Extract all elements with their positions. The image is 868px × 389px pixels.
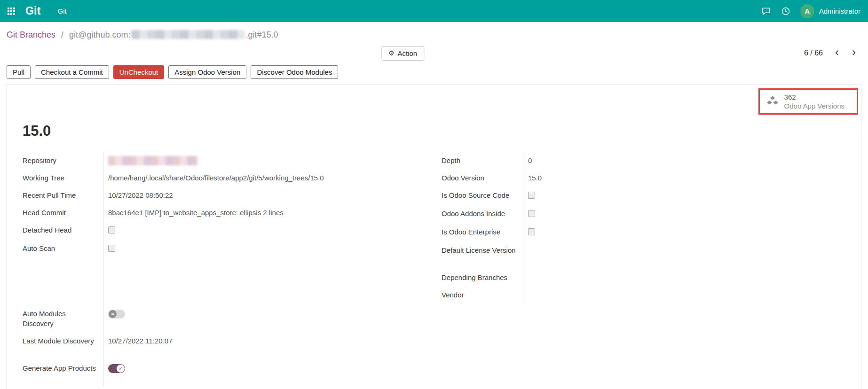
pager-value: 6 / 66 bbox=[804, 49, 823, 57]
auto-modules-discovery-toggle[interactable]: × bbox=[108, 310, 125, 319]
field-row-repository: Repository bbox=[23, 152, 442, 169]
action-menu-button[interactable]: ⚙ Action bbox=[381, 46, 424, 61]
pull-button[interactable]: Pull bbox=[7, 65, 31, 79]
toggle-off-knob: × bbox=[109, 310, 117, 318]
field-value-repository bbox=[103, 152, 197, 169]
is-odoo-source-code-checkbox[interactable] bbox=[528, 192, 535, 199]
stat-text: 362 Odoo App Versions bbox=[784, 93, 844, 110]
field-row-depending-branches: Depending Branches bbox=[442, 269, 845, 286]
chat-bubble-icon[interactable] bbox=[761, 6, 771, 16]
pager: 6 / 66 ‹ › bbox=[804, 46, 861, 61]
record-actions-toolbar: Pull Checkout a Commit UnCheckout Assign… bbox=[0, 65, 868, 79]
breadcrumb-parent-link[interactable]: Git Branches bbox=[7, 30, 55, 39]
redacted-repo-name bbox=[131, 30, 245, 39]
is-odoo-enterprise-checkbox[interactable] bbox=[528, 228, 535, 235]
toggle-on-knob: ✓ bbox=[117, 365, 125, 373]
odoo-addons-inside-checkbox[interactable] bbox=[528, 210, 535, 217]
field-value-depending-branches[interactable] bbox=[523, 269, 528, 276]
field-label-working-tree: Working Tree bbox=[23, 169, 103, 187]
topbar-right: A Administrator bbox=[761, 4, 860, 18]
field-label-last-module-discovery: Last Module Discovery bbox=[23, 332, 103, 350]
field-label-generate-app-products: Generate App Products bbox=[23, 359, 103, 377]
field-value-auto-scan bbox=[103, 240, 115, 258]
field-label-detached-head: Detached Head bbox=[23, 221, 103, 239]
field-label-depth: Depth bbox=[442, 152, 523, 169]
odoo-app-versions-icon bbox=[766, 95, 779, 109]
field-value-odoo-version: 15.0 bbox=[523, 169, 542, 187]
auto-scan-checkbox[interactable] bbox=[108, 245, 115, 252]
field-row-head-commit: Head Commit 8bac164e1 [IMP] to_website_a… bbox=[23, 204, 442, 221]
apps-grid-icon[interactable] bbox=[8, 8, 15, 15]
field-row-working-tree: Working Tree /home/hang/.local/share/Odo… bbox=[23, 169, 442, 187]
field-label-is-odoo-source-code: Is Odoo Source Code bbox=[442, 187, 523, 204]
left-field-group: Repository Working Tree /home/hang/.loca… bbox=[23, 152, 442, 387]
detached-head-checkbox[interactable] bbox=[108, 226, 115, 233]
breadcrumb: Git Branches / git@github.com:.git#15.0 bbox=[0, 22, 868, 45]
pager-previous-button[interactable]: ‹ bbox=[829, 46, 844, 61]
field-row-depth: Depth 0 bbox=[442, 152, 845, 169]
field-row-odoo-version: Odoo Version 15.0 bbox=[442, 169, 845, 187]
stat-label: Odoo App Versions bbox=[784, 101, 844, 110]
group-spacer bbox=[23, 258, 442, 305]
avatar[interactable]: A bbox=[800, 4, 814, 18]
field-value-odoo-addons-inside bbox=[523, 205, 535, 223]
field-row-odoo-addons-inside: Odoo Addons Inside bbox=[442, 205, 845, 223]
field-row-is-odoo-enterprise: Is Odoo Enterprise bbox=[442, 223, 845, 241]
topbar: Git Git A Administrator bbox=[0, 0, 868, 22]
field-label-is-odoo-enterprise: Is Odoo Enterprise bbox=[442, 223, 523, 241]
form-sheet: 362 Odoo App Versions 15.0 Repository Wo… bbox=[7, 85, 861, 389]
field-row-auto-scan: Auto Scan bbox=[23, 240, 442, 258]
field-label-auto-modules-discovery: Auto Modules Discovery bbox=[23, 305, 103, 332]
field-value-last-module-discovery: 10/27/2022 11:20:07 bbox=[103, 332, 173, 350]
field-label-recent-pull-time: Recent Pull Time bbox=[23, 187, 103, 204]
field-label-default-license-version: Default License Version bbox=[442, 241, 523, 259]
odoo-app-versions-stat-button[interactable]: 362 Odoo App Versions bbox=[760, 90, 857, 113]
field-value-depth: 0 bbox=[523, 152, 532, 169]
field-row-last-module-discovery: Last Module Discovery 10/27/2022 11:20:0… bbox=[23, 332, 442, 359]
gear-icon: ⚙ bbox=[388, 49, 395, 57]
field-value-auto-modules-discovery: × bbox=[103, 305, 125, 325]
clock-icon[interactable] bbox=[781, 6, 791, 16]
assign-odoo-version-button[interactable]: Assign Odoo Version bbox=[168, 65, 246, 79]
field-value-working-tree: /home/hang/.local/share/Odoo/filestore/a… bbox=[103, 169, 324, 187]
generate-app-products-toggle[interactable]: ✓ bbox=[108, 364, 125, 373]
uncheckout-button[interactable]: UnCheckout bbox=[113, 65, 165, 79]
field-value-generate-app-products: ✓ bbox=[103, 359, 125, 379]
field-label-head-commit: Head Commit bbox=[23, 204, 103, 221]
checkout-a-commit-button[interactable]: Checkout a Commit bbox=[35, 65, 109, 79]
breadcrumb-current-prefix: git@github.com: bbox=[69, 30, 130, 39]
pager-next-button[interactable]: › bbox=[846, 46, 861, 61]
right-field-group: Depth 0 Odoo Version 15.0 Is Odoo Source… bbox=[442, 152, 845, 303]
field-row-detached-head: Detached Head bbox=[23, 221, 442, 240]
field-value-recent-pull-time: 10/27/2022 08:50:22 bbox=[103, 187, 173, 204]
field-label-odoo-addons-inside: Odoo Addons Inside bbox=[442, 205, 523, 222]
field-row-auto-modules-discovery: Auto Modules Discovery × bbox=[23, 305, 442, 332]
field-value-default-license-version[interactable] bbox=[523, 241, 528, 249]
control-panel: ⚙ Action 6 / 66 ‹ › bbox=[0, 45, 868, 62]
app-brand[interactable]: Git bbox=[25, 5, 41, 17]
redacted-repository-value bbox=[108, 156, 197, 165]
field-value-vendor[interactable] bbox=[523, 286, 528, 294]
action-menu-label: Action bbox=[397, 49, 417, 57]
top-menu-git[interactable]: Git bbox=[58, 7, 67, 15]
field-label-repository: Repository bbox=[23, 152, 103, 169]
field-label-auto-scan: Auto Scan bbox=[23, 240, 103, 257]
discover-odoo-modules-button[interactable]: Discover Odoo Modules bbox=[251, 65, 338, 79]
field-label-depending-branches: Depending Branches bbox=[442, 269, 523, 286]
field-value-detached-head bbox=[103, 221, 115, 240]
field-row-generate-app-products: Generate App Products ✓ bbox=[23, 359, 442, 387]
breadcrumb-separator: / bbox=[61, 30, 63, 39]
field-label-vendor: Vendor bbox=[442, 286, 523, 303]
field-row-default-license-version: Default License Version bbox=[442, 241, 845, 269]
stat-value: 362 bbox=[784, 93, 844, 101]
field-value-is-odoo-enterprise bbox=[523, 223, 535, 241]
user-name[interactable]: Administrator bbox=[819, 7, 860, 15]
field-row-recent-pull-time: Recent Pull Time 10/27/2022 08:50:22 bbox=[23, 187, 442, 204]
breadcrumb-current-suffix: .git#15.0 bbox=[245, 30, 278, 39]
field-row-is-odoo-source-code: Is Odoo Source Code bbox=[442, 187, 845, 205]
field-value-head-commit: 8bac164e1 [IMP] to_website_apps_store: e… bbox=[103, 204, 284, 221]
field-label-odoo-version: Odoo Version bbox=[442, 169, 523, 187]
field-row-vendor: Vendor bbox=[442, 286, 845, 303]
field-value-is-odoo-source-code bbox=[523, 187, 535, 205]
stat-button-highlight-box: 362 Odoo App Versions bbox=[758, 88, 858, 115]
